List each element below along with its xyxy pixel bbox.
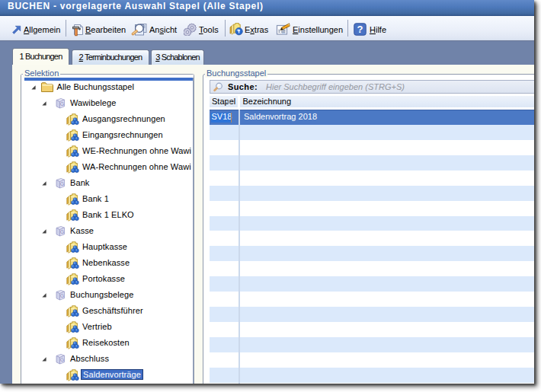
- svg-text:G: G: [59, 229, 63, 234]
- svg-text:?: ?: [357, 24, 363, 35]
- svg-text:G: G: [59, 357, 63, 362]
- svg-text:G: G: [59, 181, 63, 186]
- svg-text:G: G: [59, 101, 63, 107]
- svg-text:G: G: [59, 293, 63, 298]
